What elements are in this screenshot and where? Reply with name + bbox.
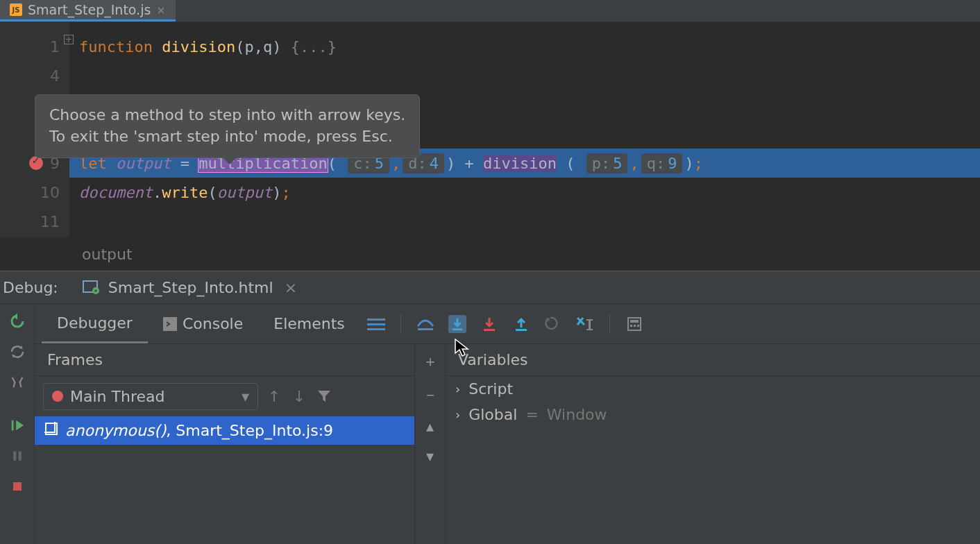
- variable-value: Window: [547, 406, 607, 423]
- svg-rect-15: [586, 319, 593, 321]
- params: p,q: [244, 38, 272, 56]
- svg-rect-21: [637, 325, 639, 327]
- object: document: [79, 184, 153, 201]
- debug-run-tab[interactable]: Smart_Step_Into.html ×: [74, 271, 305, 303]
- prev-frame-button[interactable]: ↑: [265, 387, 283, 405]
- keyword: function: [79, 38, 153, 56]
- svg-rect-4: [18, 451, 21, 460]
- smart-step-tooltip: Choose a method to step into with arrow …: [35, 94, 420, 158]
- evaluate-expression-button[interactable]: [625, 315, 643, 333]
- add-watch-button[interactable]: ＋: [423, 351, 438, 372]
- rerun-button[interactable]: [7, 311, 28, 332]
- tab-console[interactable]: Console: [148, 304, 258, 343]
- svg-rect-8: [367, 323, 385, 325]
- code-editor[interactable]: 1 4 5 8 9 10 11 + function division(p,q)…: [0, 22, 980, 237]
- svg-rect-11: [453, 328, 463, 330]
- stop-button[interactable]: [7, 476, 28, 497]
- svg-rect-12: [484, 329, 495, 331]
- thread-status-icon: [52, 391, 63, 402]
- function-name: division: [162, 38, 235, 56]
- frame-icon: [44, 422, 58, 439]
- editor-tab-bar: JS Smart_Step_Into.js ×: [0, 0, 980, 22]
- expand-icon[interactable]: ›: [455, 407, 460, 422]
- step-out-button[interactable]: [512, 315, 530, 333]
- frame-location: Smart_Step_Into.js:9: [176, 422, 333, 439]
- inline-value-hint: output: [0, 237, 980, 271]
- svg-rect-17: [628, 318, 641, 330]
- debug-panel-header: Debug: Smart_Step_Into.html ×: [0, 271, 980, 304]
- thread-selector[interactable]: Main Thread ▾: [43, 383, 258, 410]
- resume-button[interactable]: [7, 415, 28, 436]
- expand-icon[interactable]: ›: [455, 382, 460, 396]
- fold-marker-icon[interactable]: +: [64, 35, 74, 44]
- console-icon: [163, 317, 177, 331]
- run-to-cursor-button[interactable]: [576, 315, 594, 333]
- step-into-button[interactable]: [448, 315, 466, 333]
- filter-button[interactable]: [315, 387, 333, 405]
- stack-frame[interactable]: anonymous(), Smart_Step_Into.js:9: [35, 416, 414, 445]
- variables-toolbar: ＋ － ▴ ▾: [415, 344, 446, 544]
- tab-debugger[interactable]: Debugger: [42, 304, 148, 343]
- svg-rect-2: [11, 420, 13, 431]
- step-over-button[interactable]: [416, 315, 434, 333]
- tab-elements[interactable]: Elements: [258, 304, 360, 343]
- line-number: 1: [50, 38, 60, 56]
- svg-rect-16: [586, 329, 593, 330]
- line-number: 11: [40, 213, 60, 230]
- svg-rect-3: [13, 451, 16, 460]
- svg-rect-9: [367, 328, 385, 330]
- frames-header: Frames: [35, 344, 414, 376]
- html-file-icon: [82, 280, 101, 295]
- debug-label: Debug:: [0, 279, 74, 296]
- frame-function: anonymous(): [65, 422, 166, 439]
- variable-name: Script: [468, 380, 513, 398]
- debug-tabs: Debugger Console Elements: [35, 304, 980, 344]
- debug-sidebar: [0, 304, 35, 544]
- threads-icon[interactable]: [367, 315, 385, 333]
- variable-name: Global: [468, 406, 517, 423]
- force-step-into-button[interactable]: [480, 315, 498, 333]
- svg-rect-5: [13, 482, 22, 491]
- method: write: [162, 184, 208, 201]
- svg-rect-13: [516, 329, 527, 331]
- settings-button[interactable]: [7, 372, 28, 393]
- svg-rect-20: [634, 325, 636, 327]
- close-icon[interactable]: ×: [285, 279, 297, 296]
- debug-tab-name: Smart_Step_Into.html: [108, 279, 273, 296]
- variable-row[interactable]: › Script: [446, 376, 980, 402]
- svg-rect-14: [589, 319, 591, 330]
- svg-rect-18: [630, 320, 639, 323]
- folded-code[interactable]: {...}: [291, 38, 337, 56]
- close-icon[interactable]: ×: [156, 3, 165, 17]
- line-number: 4: [50, 67, 60, 85]
- move-down-button[interactable]: ▾: [426, 448, 434, 465]
- remove-watch-button[interactable]: －: [423, 384, 438, 405]
- move-up-button[interactable]: ▴: [426, 418, 434, 435]
- variable-row[interactable]: › Global = Window: [446, 402, 980, 427]
- variables-header: Variables: [446, 344, 980, 376]
- thread-name: Main Thread: [70, 388, 235, 405]
- debug-panel: Debugger Console Elements Frames: [0, 304, 980, 544]
- chevron-down-icon: ▾: [242, 388, 249, 405]
- file-tab-name: Smart_Step_Into.js: [28, 2, 151, 17]
- svg-rect-19: [630, 325, 632, 327]
- line-number: 10: [40, 184, 60, 201]
- step-target-division[interactable]: division: [483, 155, 557, 172]
- breakpoint-icon[interactable]: [29, 156, 43, 170]
- file-tab[interactable]: JS Smart_Step_Into.js ×: [0, 0, 176, 22]
- svg-rect-7: [367, 318, 385, 321]
- pause-button[interactable]: [7, 445, 28, 466]
- js-file-icon: JS: [10, 3, 22, 16]
- drop-frame-button[interactable]: [544, 315, 562, 333]
- next-frame-button[interactable]: ↓: [290, 387, 308, 405]
- param-hint: q:9: [641, 153, 683, 173]
- variables-panel: ＋ － ▴ ▾ Variables › Script › Global =: [415, 344, 980, 544]
- refresh-button[interactable]: [7, 341, 28, 362]
- frames-panel: Frames Main Thread ▾ ↑ ↓ anonymous(), Sm…: [35, 344, 415, 544]
- svg-rect-10: [418, 328, 433, 330]
- argument: output: [217, 184, 272, 201]
- param-hint: p:5: [586, 153, 628, 173]
